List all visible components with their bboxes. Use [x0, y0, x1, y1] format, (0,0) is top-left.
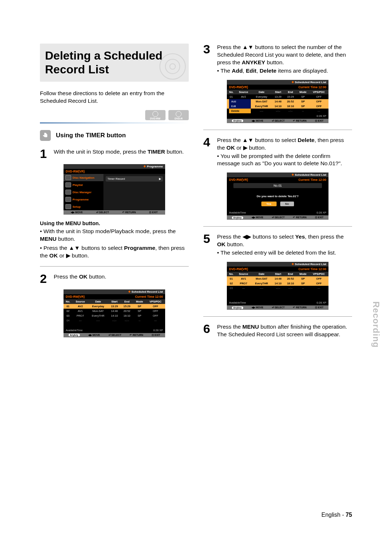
- step-3-number: 3: [203, 44, 213, 75]
- table-row[interactable]: 03---------:----:-------: [227, 286, 328, 291]
- ctx-add[interactable]: Add: [229, 99, 251, 104]
- step-4-bullet: • You will be prompted with the delete c…: [217, 153, 352, 168]
- section-rule: [40, 122, 189, 123]
- subheading-timer-text: Using the TIMER button: [56, 132, 126, 139]
- context-menu: Add Edit Delete: [229, 99, 251, 113]
- table-row[interactable]: 01AV2Everyday13:2915:29SPOFF: [227, 94, 328, 99]
- table-row[interactable]: 02AV1Mon-SAT14:4620:52SPOFF: [64, 309, 165, 313]
- osd-brand: DVD-RW(VR): [66, 170, 85, 173]
- timer-record-item[interactable]: Timer Record▶: [106, 176, 163, 182]
- osd-srl-step5: ❖ Scheduled Record List DVD-RW(VR)Curren…: [227, 262, 328, 310]
- menu-item-disc-manager[interactable]: Disc Manager: [64, 188, 103, 196]
- disc-type-icons: DVD-RW DVD-R: [40, 110, 189, 120]
- subheading-timer: Using the TIMER button: [40, 130, 189, 141]
- step-1-text-c: button.: [165, 149, 184, 155]
- step-6: 6 Press the MENU button after finishing …: [203, 323, 352, 338]
- menu-item-setup[interactable]: Setup: [64, 203, 103, 210]
- osd-srl-step2: ❖ Scheduled Record List DVD-RW(VR)Curren…: [64, 289, 165, 337]
- no-button[interactable]: No: [280, 202, 294, 206]
- footer-language: English -: [322, 512, 344, 518]
- osd-footer-controls: Anykey ◀▶ MOVE ⏎ SELECT ↶ RETURN ⊡ EXIT: [64, 333, 165, 337]
- intro-text: Follow these directions to delete an ent…: [40, 90, 189, 105]
- page-title: Deleting a Scheduled Record List: [45, 49, 182, 77]
- dvd-r-icon: DVD-R: [168, 110, 189, 120]
- page-footer: English - 75: [322, 512, 352, 518]
- step-4: 4 Press the ▲▼ buttons to select Delete,…: [203, 137, 352, 168]
- table-row[interactable]: 04---------:----:-------: [64, 318, 165, 323]
- step-4-number: 4: [203, 137, 213, 168]
- ctx-edit[interactable]: Edit: [229, 104, 251, 109]
- step-3: 3 Press the ▲▼ buttons to select the num…: [203, 44, 352, 75]
- anykey-label: Anykey: [69, 334, 80, 336]
- menu-item-programme[interactable]: Programme: [64, 196, 103, 203]
- table-row[interactable]: 01AV1Mon-SAT14:4620:52SPOFF: [227, 276, 328, 281]
- step-2: 2 Press the OK button.: [40, 273, 189, 284]
- dvd-rw-icon: DVD-RW: [145, 110, 166, 120]
- osd-programme-title: Programme: [147, 165, 163, 168]
- yes-button[interactable]: Yes: [261, 202, 277, 206]
- using-menu-block: Using the MENU button. • With the unit i…: [40, 220, 189, 260]
- step-6-number: 6: [203, 323, 213, 338]
- separator-rule: [40, 266, 189, 267]
- step-5-number: 5: [203, 233, 213, 257]
- using-menu-title: Using the MENU button.: [40, 220, 189, 226]
- step-2-number: 2: [40, 273, 50, 284]
- column-left: Deleting a Scheduled Record List Follow …: [40, 44, 189, 344]
- step-5-bullet: • The selected entry will be deleted fro…: [217, 249, 352, 257]
- dialog-target-no: No.01: [233, 183, 322, 188]
- osd-programme: ❖ Programme DVD-RW(VR) Disc Navigation P…: [64, 164, 165, 215]
- osd-current-time: Current Time 12:00: [135, 295, 163, 299]
- step-1-text-a: With the unit in Stop mode, press the: [54, 149, 147, 155]
- menu-item-playlist[interactable]: Playlist: [64, 181, 103, 188]
- osd-srl-title: Scheduled Record List: [131, 290, 163, 293]
- footer-page-number: 75: [346, 512, 352, 518]
- page-title-box: Deleting a Scheduled Record List: [40, 44, 189, 82]
- step-1-timer-word: TIMER: [147, 149, 165, 155]
- step-1-number: 1: [40, 148, 50, 159]
- step-1: 1 With the unit in Stop mode, press the …: [40, 148, 189, 159]
- menu-item-disc-navigation[interactable]: Disc Navigation: [64, 174, 103, 181]
- table-row[interactable]: 01AV2Everyday13:2915:29SPOFF: [64, 304, 165, 309]
- hand-icon: [40, 130, 51, 141]
- section-side-label: Recording: [371, 301, 381, 348]
- column-right: 3 Press the ▲▼ buttons to select the num…: [203, 44, 352, 344]
- osd-srl-step3: ❖ Scheduled Record List DVD-RW(VR)Curren…: [227, 80, 328, 123]
- step-5: 5 Press the ◀▶ buttons to select Yes, th…: [203, 233, 352, 257]
- osd-delete-confirm: ❖ Scheduled Record List DVD-RW(VR)Curren…: [227, 172, 328, 220]
- table-row[interactable]: 02PRO7EveryTHR14:1018:10SPOFF: [227, 281, 328, 286]
- ctx-delete[interactable]: Delete: [229, 109, 251, 113]
- srl-table-step2: No.SourceDateStartEndModeVPS/PDC 01AV2Ev…: [64, 299, 165, 328]
- osd-footer-controls: ◀▶ MOVE ⏎ SELECT ↶ RETURN ⊡ EXIT: [64, 210, 165, 215]
- dialog-question: Do you want to delete 'No.01'?: [227, 195, 328, 198]
- table-row[interactable]: 03PRO7EveryTHR14:1018:10SPOFF: [64, 313, 165, 318]
